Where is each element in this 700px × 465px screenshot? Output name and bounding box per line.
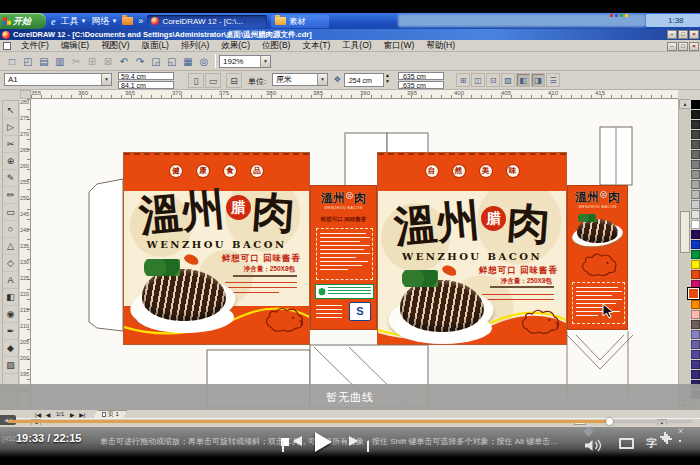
text-tool[interactable]: A: [3, 272, 18, 289]
palette-swatch[interactable]: [691, 220, 700, 229]
chevron-down-icon[interactable]: ▼: [101, 74, 111, 85]
selected-color-swatch[interactable]: [687, 287, 700, 300]
landscape-button[interactable]: ▭: [205, 73, 221, 88]
menu-item[interactable]: 文本(T): [296, 40, 336, 52]
corel-online-icon[interactable]: ◎: [196, 54, 212, 69]
outline-tool[interactable]: ✒: [3, 323, 18, 340]
palette-swatch[interactable]: [691, 320, 700, 329]
theater-mode-icon[interactable]: [619, 438, 634, 449]
chevron-down-icon[interactable]: ▼: [317, 74, 327, 85]
palette-swatch[interactable]: [691, 140, 700, 149]
zoom-level-combo[interactable]: 192% ▼: [219, 55, 271, 68]
box-back-panel[interactable]: 自然美味 溫州 腊 肉 WENZHOU BACON 鲜想可口 回味酱香 净含量：…: [377, 152, 567, 345]
palette-swatch[interactable]: [691, 250, 700, 259]
dynamic-guides-button[interactable]: ▧: [501, 73, 515, 87]
page-tab[interactable]: 页 1: [93, 410, 127, 418]
paper-height-field[interactable]: 84.1 cm: [118, 81, 174, 89]
network-menu[interactable]: 网络▼: [91, 15, 117, 28]
ellipse-tool[interactable]: ○: [3, 221, 18, 238]
print-icon[interactable]: ▥: [52, 54, 68, 69]
snap-to-grid-button[interactable]: ⊞: [456, 73, 470, 87]
quicklaunch-overflow[interactable]: »: [138, 16, 143, 26]
nudge-stepper[interactable]: ▲▼: [385, 72, 390, 84]
marquee-select-button[interactable]: ◨: [531, 73, 545, 87]
previous-button[interactable]: [293, 436, 302, 446]
horizontal-ruler[interactable]: 355360365370375380385390395400405410415: [31, 90, 678, 99]
launcher-folder[interactable]: [122, 17, 133, 25]
duplicate-y-field[interactable]: .635 cm: [398, 81, 444, 89]
drawing-canvas[interactable]: 健康食品 溫州 腊 肉 WENZHOU BACON 鲜想可口 回味酱香 净含量：…: [31, 99, 678, 410]
chevron-down-icon[interactable]: ▼: [260, 56, 270, 67]
cut-icon[interactable]: ✂: [68, 54, 84, 69]
palette-swatch[interactable]: [691, 310, 700, 319]
palette-swatch[interactable]: [691, 330, 700, 339]
taskbar-button-folder[interactable]: 素材: [271, 15, 329, 28]
duplicate-x-field[interactable]: .635 cm: [398, 72, 444, 80]
basic-shapes-tool[interactable]: ◇: [3, 255, 18, 272]
menu-item[interactable]: 编辑(E): [55, 40, 95, 52]
start-button[interactable]: 开始: [0, 13, 46, 29]
tools-menu[interactable]: 工具▼: [60, 15, 86, 28]
snap-to-objects-button[interactable]: ⊡: [486, 73, 500, 87]
palette-swatch[interactable]: [691, 120, 700, 129]
menu-item[interactable]: 效果(C): [215, 40, 256, 52]
palette-swatch[interactable]: [691, 170, 700, 179]
palette-swatch[interactable]: [691, 230, 700, 239]
palette-swatch[interactable]: [691, 160, 700, 169]
doc-minimize-button[interactable]: –: [667, 42, 677, 51]
prev-page-button[interactable]: ◀: [43, 411, 53, 418]
crop-tool[interactable]: ✂: [3, 136, 18, 153]
interactive-blend-tool[interactable]: ◧: [3, 289, 18, 306]
open-icon[interactable]: ◰: [20, 54, 36, 69]
palette-swatch[interactable]: [691, 150, 700, 159]
last-page-button[interactable]: ▶|: [77, 411, 87, 418]
menu-item[interactable]: 位图(B): [256, 40, 296, 52]
copy-icon[interactable]: ⊞: [84, 54, 100, 69]
undo-icon[interactable]: ↶: [116, 54, 132, 69]
lock-icon[interactable]: [584, 427, 594, 437]
paper-type-combo[interactable]: A1 ▼: [4, 73, 112, 86]
rectangle-tool[interactable]: ▭: [3, 204, 18, 221]
snap-to-guidelines-button[interactable]: ◫: [471, 73, 485, 87]
ruler-corner[interactable]: [20, 90, 31, 99]
portrait-button[interactable]: ▯: [188, 73, 204, 88]
menu-item[interactable]: 工具(O): [336, 40, 377, 52]
title-bar[interactable]: CorelDRAW 12 - [C:\Documents and Setting…: [0, 29, 700, 40]
vertical-scroll-thumb[interactable]: [680, 211, 690, 253]
vertical-scrollbar[interactable]: ▲ ▼: [678, 99, 690, 410]
palette-swatch[interactable]: [691, 210, 700, 219]
doc-restore-button[interactable]: □: [678, 42, 688, 51]
menu-item[interactable]: 版面(L): [136, 40, 175, 52]
minimize-button[interactable]: –: [667, 30, 677, 39]
freehand-tool[interactable]: ✎: [3, 170, 18, 187]
shape-tool[interactable]: ▷: [3, 119, 18, 136]
import-icon[interactable]: ◲: [148, 54, 164, 69]
box-side-panel-photo[interactable]: 溫州 腊 肉 WENZHOU BACON: [567, 185, 628, 330]
progress-playhead[interactable]: [606, 418, 613, 425]
smart-drawing-tool[interactable]: ✏: [3, 187, 18, 204]
new-document-icon[interactable]: □: [4, 54, 20, 69]
palette-swatch[interactable]: [691, 370, 700, 379]
subtitle-toggle[interactable]: 字: [646, 436, 657, 451]
palette-swatch[interactable]: [691, 180, 700, 189]
application-launcher-icon[interactable]: ▦: [180, 54, 196, 69]
paper-width-field[interactable]: 59.4 cm: [118, 72, 174, 80]
next-button[interactable]: [349, 436, 358, 446]
first-page-button[interactable]: |◀: [33, 411, 43, 418]
restore-button[interactable]: □: [678, 30, 688, 39]
progress-bar[interactable]: [8, 420, 692, 423]
paste-icon[interactable]: ⊠: [100, 54, 116, 69]
menu-item[interactable]: 帮助(H): [420, 40, 461, 52]
doc-close-button[interactable]: ×: [689, 42, 699, 51]
palette-swatch[interactable]: [691, 130, 700, 139]
palette-swatch[interactable]: [691, 360, 700, 369]
save-icon[interactable]: ▤: [36, 54, 52, 69]
close-button[interactable]: ×: [689, 30, 699, 39]
player-close-icon[interactable]: ×: [678, 427, 683, 436]
menu-item[interactable]: 排列(A): [175, 40, 215, 52]
next-page-button[interactable]: ▶: [67, 411, 77, 418]
eyedropper-tool[interactable]: ◉: [3, 306, 18, 323]
palette-swatch[interactable]: [691, 270, 700, 279]
palette-swatch[interactable]: [691, 110, 700, 119]
palette-swatch[interactable]: [691, 260, 700, 269]
